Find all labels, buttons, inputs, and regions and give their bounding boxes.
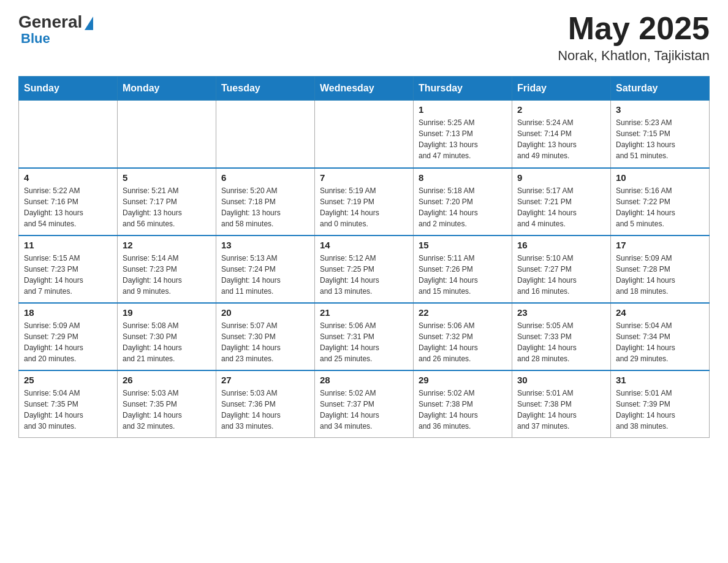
calendar-cell-w0d6: 3Sunrise: 5:23 AM Sunset: 7:15 PM Daylig… (611, 101, 710, 168)
calendar-cell-w1d2: 6Sunrise: 5:20 AM Sunset: 7:18 PM Daylig… (216, 168, 315, 236)
month-year-title: May 2025 (558, 12, 710, 44)
col-wednesday: Wednesday (315, 77, 414, 101)
calendar-cell-w1d5: 9Sunrise: 5:17 AM Sunset: 7:21 PM Daylig… (512, 168, 611, 236)
day-number: 1 (419, 104, 507, 115)
day-info: Sunrise: 5:05 AM Sunset: 7:33 PM Dayligh… (517, 320, 605, 364)
day-number: 6 (221, 172, 309, 183)
day-info: Sunrise: 5:04 AM Sunset: 7:34 PM Dayligh… (616, 320, 704, 364)
calendar-cell-w4d1: 26Sunrise: 5:03 AM Sunset: 7:35 PM Dayli… (118, 370, 216, 438)
day-number: 13 (221, 240, 309, 250)
day-number: 31 (616, 375, 704, 385)
day-info: Sunrise: 5:10 AM Sunset: 7:27 PM Dayligh… (517, 253, 605, 297)
day-info: Sunrise: 5:16 AM Sunset: 7:22 PM Dayligh… (616, 185, 704, 229)
day-info: Sunrise: 5:06 AM Sunset: 7:32 PM Dayligh… (419, 320, 507, 364)
day-info: Sunrise: 5:01 AM Sunset: 7:39 PM Dayligh… (616, 388, 704, 432)
day-info: Sunrise: 5:02 AM Sunset: 7:37 PM Dayligh… (320, 388, 408, 432)
calendar-cell-w1d6: 10Sunrise: 5:16 AM Sunset: 7:22 PM Dayli… (611, 168, 710, 236)
day-number: 11 (24, 240, 112, 250)
calendar-cell-w2d0: 11Sunrise: 5:15 AM Sunset: 7:23 PM Dayli… (19, 236, 118, 303)
day-info: Sunrise: 5:02 AM Sunset: 7:38 PM Dayligh… (419, 388, 507, 432)
day-info: Sunrise: 5:14 AM Sunset: 7:23 PM Dayligh… (123, 253, 211, 297)
calendar-cell-w3d0: 18Sunrise: 5:09 AM Sunset: 7:29 PM Dayli… (19, 303, 118, 370)
day-info: Sunrise: 5:07 AM Sunset: 7:30 PM Dayligh… (221, 320, 309, 364)
day-info: Sunrise: 5:01 AM Sunset: 7:38 PM Dayligh… (517, 388, 605, 432)
day-number: 4 (24, 172, 112, 183)
day-info: Sunrise: 5:13 AM Sunset: 7:24 PM Dayligh… (221, 253, 309, 297)
calendar-cell-w4d2: 27Sunrise: 5:03 AM Sunset: 7:36 PM Dayli… (216, 370, 315, 438)
calendar-cell-w2d1: 12Sunrise: 5:14 AM Sunset: 7:23 PM Dayli… (118, 236, 216, 303)
day-number: 24 (616, 307, 704, 318)
day-info: Sunrise: 5:11 AM Sunset: 7:26 PM Dayligh… (419, 253, 507, 297)
day-number: 16 (517, 240, 605, 250)
day-number: 7 (320, 172, 408, 183)
day-info: Sunrise: 5:03 AM Sunset: 7:36 PM Dayligh… (221, 388, 309, 432)
calendar-cell-w3d6: 24Sunrise: 5:04 AM Sunset: 7:34 PM Dayli… (611, 303, 710, 370)
day-info: Sunrise: 5:09 AM Sunset: 7:29 PM Dayligh… (24, 320, 112, 364)
calendar-cell-w2d3: 14Sunrise: 5:12 AM Sunset: 7:25 PM Dayli… (315, 236, 414, 303)
calendar-cell-w0d0 (19, 101, 118, 168)
day-number: 8 (419, 172, 507, 183)
day-number: 23 (517, 307, 605, 318)
col-monday: Monday (118, 77, 216, 101)
col-saturday: Saturday (611, 77, 710, 101)
day-number: 28 (320, 375, 408, 385)
col-sunday: Sunday (19, 77, 118, 101)
calendar-cell-w3d1: 19Sunrise: 5:08 AM Sunset: 7:30 PM Dayli… (118, 303, 216, 370)
week-row-0: 1Sunrise: 5:25 AM Sunset: 7:13 PM Daylig… (19, 101, 710, 168)
day-number: 29 (419, 375, 507, 385)
logo-blue-text: Blue (18, 31, 50, 47)
day-number: 18 (24, 307, 112, 318)
logo: General Blue (18, 12, 93, 47)
day-info: Sunrise: 5:04 AM Sunset: 7:35 PM Dayligh… (24, 388, 112, 432)
day-info: Sunrise: 5:22 AM Sunset: 7:16 PM Dayligh… (24, 185, 112, 229)
day-number: 30 (517, 375, 605, 385)
day-number: 19 (123, 307, 211, 318)
calendar-cell-w2d4: 15Sunrise: 5:11 AM Sunset: 7:26 PM Dayli… (414, 236, 512, 303)
calendar-cell-w3d4: 22Sunrise: 5:06 AM Sunset: 7:32 PM Dayli… (414, 303, 512, 370)
day-info: Sunrise: 5:12 AM Sunset: 7:25 PM Dayligh… (320, 253, 408, 297)
week-row-3: 18Sunrise: 5:09 AM Sunset: 7:29 PM Dayli… (19, 303, 710, 370)
day-info: Sunrise: 5:24 AM Sunset: 7:14 PM Dayligh… (517, 117, 605, 161)
day-info: Sunrise: 5:08 AM Sunset: 7:30 PM Dayligh… (123, 320, 211, 364)
calendar-cell-w0d5: 2Sunrise: 5:24 AM Sunset: 7:14 PM Daylig… (512, 101, 611, 168)
day-number: 2 (517, 104, 605, 115)
day-info: Sunrise: 5:17 AM Sunset: 7:21 PM Dayligh… (517, 185, 605, 229)
calendar-cell-w1d0: 4Sunrise: 5:22 AM Sunset: 7:16 PM Daylig… (19, 168, 118, 236)
calendar-cell-w4d0: 25Sunrise: 5:04 AM Sunset: 7:35 PM Dayli… (19, 370, 118, 438)
calendar-header-row: Sunday Monday Tuesday Wednesday Thursday… (19, 77, 710, 101)
day-number: 25 (24, 375, 112, 385)
week-row-2: 11Sunrise: 5:15 AM Sunset: 7:23 PM Dayli… (19, 236, 710, 303)
day-number: 22 (419, 307, 507, 318)
calendar-cell-w0d2 (216, 101, 315, 168)
day-info: Sunrise: 5:15 AM Sunset: 7:23 PM Dayligh… (24, 253, 112, 297)
calendar-cell-w1d4: 8Sunrise: 5:18 AM Sunset: 7:20 PM Daylig… (414, 168, 512, 236)
calendar-cell-w4d5: 30Sunrise: 5:01 AM Sunset: 7:38 PM Dayli… (512, 370, 611, 438)
day-info: Sunrise: 5:23 AM Sunset: 7:15 PM Dayligh… (616, 117, 704, 161)
calendar-cell-w4d3: 28Sunrise: 5:02 AM Sunset: 7:37 PM Dayli… (315, 370, 414, 438)
day-number: 26 (123, 375, 211, 385)
calendar-cell-w1d1: 5Sunrise: 5:21 AM Sunset: 7:17 PM Daylig… (118, 168, 216, 236)
day-number: 12 (123, 240, 211, 250)
calendar-cell-w0d1 (118, 101, 216, 168)
calendar-cell-w2d5: 16Sunrise: 5:10 AM Sunset: 7:27 PM Dayli… (512, 236, 611, 303)
col-tuesday: Tuesday (216, 77, 315, 101)
calendar-cell-w4d4: 29Sunrise: 5:02 AM Sunset: 7:38 PM Dayli… (414, 370, 512, 438)
day-number: 15 (419, 240, 507, 250)
day-number: 17 (616, 240, 704, 250)
day-info: Sunrise: 5:03 AM Sunset: 7:35 PM Dayligh… (123, 388, 211, 432)
calendar-cell-w2d2: 13Sunrise: 5:13 AM Sunset: 7:24 PM Dayli… (216, 236, 315, 303)
day-info: Sunrise: 5:21 AM Sunset: 7:17 PM Dayligh… (123, 185, 211, 229)
col-thursday: Thursday (414, 77, 512, 101)
logo-general-text: General (18, 12, 82, 32)
calendar-table: Sunday Monday Tuesday Wednesday Thursday… (18, 76, 710, 438)
calendar-cell-w0d3 (315, 101, 414, 168)
week-row-1: 4Sunrise: 5:22 AM Sunset: 7:16 PM Daylig… (19, 168, 710, 236)
day-number: 3 (616, 104, 704, 115)
logo-triangle-icon (85, 17, 93, 30)
day-info: Sunrise: 5:18 AM Sunset: 7:20 PM Dayligh… (419, 185, 507, 229)
day-number: 20 (221, 307, 309, 318)
calendar-cell-w3d5: 23Sunrise: 5:05 AM Sunset: 7:33 PM Dayli… (512, 303, 611, 370)
page-header: General Blue May 2025 Norak, Khatlon, Ta… (18, 12, 710, 64)
location-subtitle: Norak, Khatlon, Tajikistan (558, 48, 710, 64)
calendar-cell-w3d2: 20Sunrise: 5:07 AM Sunset: 7:30 PM Dayli… (216, 303, 315, 370)
